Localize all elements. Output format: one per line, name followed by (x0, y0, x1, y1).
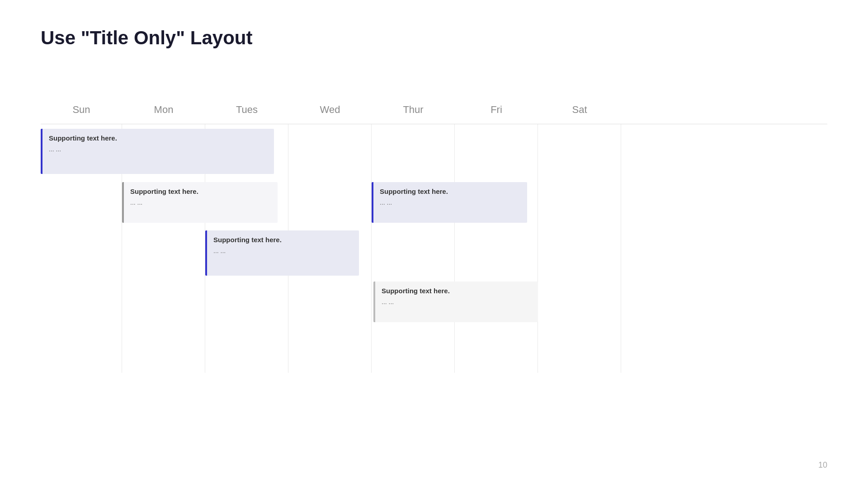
calendar: Sun Mon Tues Wed Thur Fri Sat Supporting… (41, 104, 827, 443)
day-header-tues: Tues (205, 104, 288, 124)
event-4-meta: ... ... (380, 199, 521, 206)
day-column-sat (538, 124, 621, 373)
event-card-1[interactable]: Supporting text here. ... ... (41, 129, 274, 174)
event-4-title: Supporting text here. (380, 188, 521, 195)
day-headers: Sun Mon Tues Wed Thur Fri Sat (41, 104, 827, 124)
page-number: 10 (818, 460, 827, 470)
day-header-sat: Sat (538, 104, 621, 124)
day-header-sun: Sun (41, 104, 122, 124)
day-header-mon: Mon (122, 104, 205, 124)
day-header-wed: Wed (288, 104, 372, 124)
event-card-4[interactable]: Supporting text here. ... ... (372, 182, 527, 223)
event-1-title: Supporting text here. (49, 134, 268, 142)
day-header-fri: Fri (455, 104, 538, 124)
event-card-2[interactable]: Supporting text here. ... ... (122, 182, 278, 223)
event-3-meta: ... ... (213, 247, 353, 254)
event-card-5[interactable]: Supporting text here. ... ... (373, 282, 538, 322)
event-5-title: Supporting text here. (382, 287, 532, 295)
day-header-thur: Thur (372, 104, 455, 124)
event-3-title: Supporting text here. (213, 236, 353, 244)
day-column-thur (372, 124, 455, 373)
event-1-meta: ... ... (49, 145, 268, 153)
page-title: Use "Title Only" Layout (41, 27, 252, 49)
calendar-body: Supporting text here. ... ... Supporting… (41, 124, 827, 373)
event-5-meta: ... ... (382, 298, 532, 305)
event-2-title: Supporting text here. (130, 188, 271, 195)
day-column-fri (455, 124, 538, 373)
event-card-3[interactable]: Supporting text here. ... ... (205, 230, 359, 276)
event-2-meta: ... ... (130, 199, 271, 206)
